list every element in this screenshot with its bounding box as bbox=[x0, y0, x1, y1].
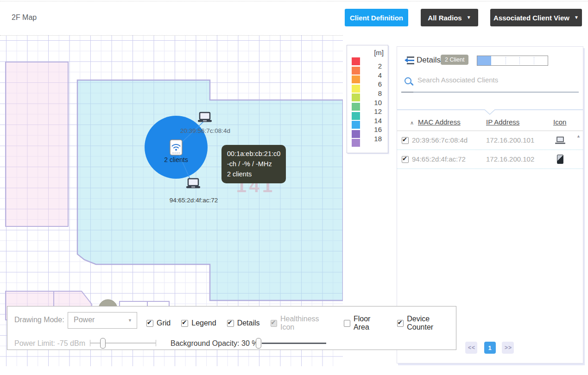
checkbox-label: Legend bbox=[191, 319, 216, 327]
power-limit-slider[interactable] bbox=[90, 337, 156, 350]
ap-client-count-label: 2 clients bbox=[164, 156, 188, 163]
map-legend: [m] 24681012141618 bbox=[347, 45, 388, 153]
tooltip-line: 2 clients bbox=[227, 169, 280, 180]
client-definition-button[interactable]: Client Definition bbox=[345, 9, 408, 26]
client-ip: 172.16.200.101 bbox=[486, 136, 534, 144]
client-device-icon bbox=[554, 135, 567, 146]
sort-ascending-icon[interactable]: ∧ bbox=[410, 120, 414, 126]
legend-tick-label: 18 bbox=[374, 134, 382, 144]
progress-fill bbox=[477, 56, 491, 65]
legend-tick-label: 10 bbox=[374, 98, 382, 107]
toolbar-checkbox[interactable]: Healthiness Icon bbox=[271, 315, 333, 331]
legend-color-swatch bbox=[352, 121, 360, 129]
legend-tick-label: 8 bbox=[374, 89, 382, 98]
search-underline bbox=[401, 92, 579, 93]
power-limit-value: -75 dBm bbox=[57, 339, 85, 347]
checkbox-icon bbox=[146, 320, 153, 327]
ap-tooltip: 00:1a:eb:cb:21:c0-ch / -% / -MHz2 client… bbox=[221, 145, 286, 183]
legend-color-swatch bbox=[352, 85, 360, 93]
all-radios-label: All Radios bbox=[428, 14, 462, 22]
checkbox-icon bbox=[344, 320, 350, 327]
client-definition-label: Client Definition bbox=[350, 14, 403, 22]
slider-track bbox=[262, 343, 326, 344]
legend-color-swatch bbox=[352, 67, 360, 75]
client-table: 20:39:56:7c:08:4d 172.16.200.101 94:65:2… bbox=[397, 131, 583, 169]
background-opacity-slider[interactable] bbox=[256, 337, 326, 350]
client-laptop-icon[interactable] bbox=[186, 179, 200, 188]
toolbar-checkbox[interactable]: Device Counter bbox=[397, 315, 456, 331]
section-divider-notch bbox=[397, 109, 583, 115]
toolbar-checkbox-group: Grid Legend Details Healthiness Icon bbox=[146, 315, 456, 331]
laptop-icon bbox=[555, 137, 565, 144]
legend-tick-label: 6 bbox=[374, 80, 382, 89]
row-checkbox[interactable] bbox=[402, 156, 409, 163]
column-header-icon[interactable]: Icon bbox=[553, 118, 566, 126]
phone-icon bbox=[557, 155, 563, 164]
pagination-page-1-button[interactable]: 1 bbox=[484, 342, 496, 354]
client-count-badge: 2 Client bbox=[441, 55, 468, 65]
drawing-mode-label: Drawing Mode: bbox=[14, 316, 64, 324]
table-row[interactable]: 20:39:56:7c:08:4d 172.16.200.101 bbox=[397, 131, 583, 150]
tooltip-line: -ch / -% / -MHz bbox=[227, 159, 280, 169]
legend-color-swatch bbox=[352, 139, 360, 147]
legend-color-swatch bbox=[352, 57, 360, 65]
toolbar-checkbox[interactable]: Legend bbox=[181, 319, 216, 327]
client-ip: 172.16.200.102 bbox=[486, 155, 534, 163]
toolbar-checkbox[interactable]: Grid bbox=[146, 319, 171, 327]
chevron-down-icon: ▼ bbox=[467, 15, 471, 20]
drawing-mode-value: Power bbox=[74, 316, 95, 324]
column-header-ip[interactable]: IP Address bbox=[486, 118, 519, 126]
page-title: 2F Map bbox=[12, 13, 37, 22]
search-input[interactable] bbox=[417, 75, 553, 84]
pagination-last-button[interactable]: >> bbox=[502, 342, 514, 354]
legend-unit-label: [m] bbox=[374, 49, 384, 56]
back-arrow-icon[interactable] bbox=[403, 56, 414, 64]
app-root: 2F Map Client Definition All Radios ▼ As… bbox=[0, 0, 588, 375]
legend-tick-label: 16 bbox=[374, 125, 382, 134]
toolbar-checkbox[interactable]: Details bbox=[227, 319, 260, 327]
legend-tick-label: 12 bbox=[374, 107, 382, 116]
checkbox-label: Floor Area bbox=[354, 315, 386, 331]
client-progress-bar bbox=[477, 56, 548, 66]
checkbox-icon bbox=[271, 320, 277, 327]
row-checkbox[interactable] bbox=[402, 137, 409, 144]
legend-color-swatch bbox=[352, 103, 360, 111]
background-opacity-label: Background Opacity: 30 % bbox=[171, 339, 258, 348]
associated-client-view-dropdown[interactable]: Associated Client View ▼ bbox=[490, 9, 582, 26]
slider-handle[interactable] bbox=[256, 338, 261, 349]
checkbox-label: Grid bbox=[157, 319, 171, 327]
room-pink-left bbox=[6, 62, 68, 226]
client-device-icon bbox=[554, 154, 567, 165]
all-radios-dropdown[interactable]: All Radios ▼ bbox=[421, 9, 478, 26]
legend-tick-label: 2 bbox=[374, 62, 382, 71]
chevron-down-icon: ▼ bbox=[128, 318, 132, 323]
search-icon bbox=[405, 77, 414, 87]
scrollbar-up-arrow[interactable]: ▲ bbox=[576, 134, 581, 138]
slider-handle[interactable] bbox=[100, 338, 106, 349]
client-mac-label: 94:65:2d:4f:ac:72 bbox=[170, 197, 218, 204]
drawing-mode-select[interactable]: Power ▼ bbox=[68, 312, 137, 329]
pagination-first-button[interactable]: << bbox=[465, 342, 477, 354]
column-header-mac[interactable]: MAC Address bbox=[418, 118, 461, 126]
legend-color-swatch bbox=[352, 130, 360, 138]
legend-swatches bbox=[352, 57, 360, 147]
access-point-icon[interactable] bbox=[170, 140, 182, 155]
panel-title: Details bbox=[417, 56, 441, 65]
legend-tick-label: 4 bbox=[374, 71, 382, 80]
client-mac: 94:65:2d:4f:ac:72 bbox=[412, 155, 466, 163]
client-mac-label: 20:39:56:7c:08:4d bbox=[180, 127, 230, 134]
legend-color-swatch bbox=[352, 112, 360, 120]
chevron-down-icon: ▼ bbox=[574, 15, 579, 20]
checkbox-icon bbox=[181, 320, 188, 327]
legend-color-swatch bbox=[352, 75, 360, 83]
checkbox-label: Device Counter bbox=[407, 315, 456, 331]
legend-ticks: 24681012141618 bbox=[374, 57, 382, 143]
map-toolbar: Drawing Mode: Power ▼ Grid Legend Detai bbox=[7, 306, 456, 350]
associated-client-view-label: Associated Client View bbox=[493, 14, 569, 22]
client-mac: 20:39:56:7c:08:4d bbox=[412, 136, 468, 144]
table-row[interactable]: 94:65:2d:4f:ac:72 172.16.200.102 bbox=[397, 150, 583, 169]
checkbox-label: Healthiness Icon bbox=[280, 315, 333, 331]
toolbar-checkbox[interactable]: Floor Area bbox=[344, 315, 386, 331]
client-laptop-icon[interactable] bbox=[198, 112, 212, 122]
power-limit-label: Power Limit: -75 dBm bbox=[14, 339, 85, 348]
